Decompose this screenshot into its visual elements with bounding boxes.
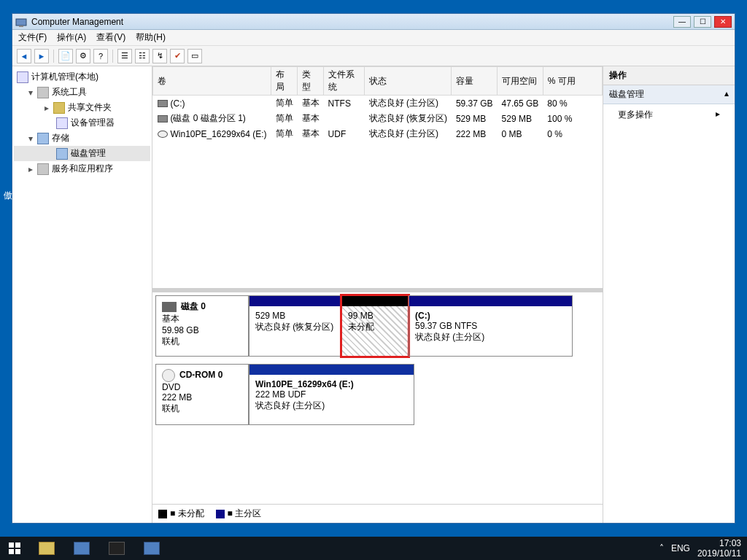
toolbar: ◄ ► 📄 ⚙ ? ☰ ☷ ↯ ✔ ▭ (12, 46, 735, 66)
volume-list[interactable]: 卷 布局 类型 文件系统 状态 容量 可用空间 % 可用 (C:)简单基本NTF… (152, 66, 603, 292)
collapse-icon[interactable]: ▾ (27, 133, 34, 144)
actions-category[interactable]: 磁盘管理▴ (603, 85, 735, 104)
tree-shared-folders[interactable]: ▸共享文件夹 (14, 100, 150, 115)
back-button[interactable]: ◄ (17, 49, 31, 63)
col-pctfree[interactable]: % 可用 (543, 67, 602, 96)
legend: ■ 未分配 ■ 主分区 (152, 504, 603, 523)
expand-icon[interactable]: ▸ (27, 164, 34, 174)
menu-help[interactable]: 帮助(H) (136, 31, 166, 44)
col-status[interactable]: 状态 (365, 67, 452, 96)
partition-header (409, 296, 572, 306)
device-icon (56, 117, 68, 129)
taskbar-app1[interactable] (64, 537, 99, 560)
actions-header: 操作 (603, 66, 735, 85)
disk-graphical-view: 磁盘 0 基本 59.98 GB 联机 529 MB 状态良好 (恢复分区) 9… (152, 292, 603, 504)
table-row[interactable]: Win10PE_16299x64 (E:)简单基本UDF状态良好 (主分区)22… (153, 126, 603, 141)
help-button[interactable]: ? (93, 49, 108, 63)
partition-unallocated[interactable]: 99 MB 未分配 (341, 295, 409, 357)
view-list-button[interactable]: ☰ (117, 49, 132, 63)
partition-body: Win10PE_16299x64 (E:) 222 MB UDF 状态良好 (主… (249, 375, 414, 424)
partition-header (249, 296, 341, 306)
app-icon (15, 16, 27, 28)
tree-disk-management[interactable]: 磁盘管理 (14, 146, 150, 161)
tools-icon (37, 87, 49, 98)
minimize-button[interactable]: — (673, 16, 691, 28)
cd-icon (162, 369, 175, 382)
folder-icon (53, 102, 65, 114)
disk-icon (56, 148, 68, 160)
actions-more[interactable]: 更多操作▸ (603, 104, 735, 125)
close-button[interactable]: ✕ (714, 16, 732, 28)
col-capacity[interactable]: 容量 (452, 67, 498, 96)
collapse-icon: ▴ (724, 88, 729, 101)
tray-clock[interactable]: 17:03 2019/10/11 (697, 538, 741, 559)
legend-primary: ■ 主分区 (216, 508, 262, 520)
properties-button[interactable]: ⚙ (76, 49, 90, 63)
system-tray[interactable]: ˄ ENG 17:03 2019/10/11 (654, 538, 747, 559)
col-volume[interactable]: 卷 (153, 67, 271, 96)
col-layout[interactable]: 布局 (271, 67, 298, 96)
partition-header (249, 365, 414, 375)
refresh-button[interactable]: 📄 (58, 49, 73, 63)
taskbar: ˄ ENG 17:03 2019/10/11 (0, 537, 747, 560)
taskbar-terminal[interactable] (99, 537, 134, 560)
chevron-right-icon: ▸ (716, 109, 720, 121)
view-detail-button[interactable]: ☷ (135, 49, 150, 63)
action-button[interactable]: ↯ (152, 49, 167, 63)
partition-body: 99 MB 未分配 (342, 306, 408, 356)
cd0-info[interactable]: CD-ROM 0 DVD 222 MB 联机 (155, 364, 249, 425)
disk-row-0: 磁盘 0 基本 59.98 GB 联机 529 MB 状态良好 (恢复分区) 9… (155, 295, 600, 357)
nav-tree: 计算机管理(本地) ▾系统工具 ▸共享文件夹 设备管理器 ▾存储 磁盘管理 ▸服… (12, 66, 152, 523)
menu-file[interactable]: 文件(F) (18, 31, 47, 44)
tree-storage[interactable]: ▾存储 (14, 131, 150, 146)
partition-body: (C:) 59.37 GB NTFS 状态良好 (主分区) (409, 306, 572, 356)
disk-icon (162, 302, 177, 312)
tree-services-apps[interactable]: ▸服务和应用程序 (14, 161, 150, 176)
expand-icon[interactable]: ▸ (43, 103, 50, 113)
tree-device-manager[interactable]: 设备管理器 (14, 115, 150, 131)
tree-system-tools[interactable]: ▾系统工具 (14, 85, 150, 100)
disk0-info[interactable]: 磁盘 0 基本 59.98 GB 联机 (155, 295, 249, 357)
svg-rect-1 (19, 26, 23, 27)
window-title: Computer Management (31, 17, 673, 27)
legend-unallocated: ■ 未分配 (158, 508, 204, 520)
tray-language[interactable]: ENG (671, 543, 690, 553)
table-row[interactable]: (C:)简单基本NTFS状态良好 (主分区)59.37 GB47.65 GB80… (153, 96, 603, 112)
col-type[interactable]: 类型 (298, 67, 324, 96)
col-free[interactable]: 可用空间 (498, 67, 543, 96)
maximize-button[interactable]: ☐ (694, 16, 711, 28)
hdd-icon (158, 100, 168, 107)
computer-management-window: Computer Management — ☐ ✕ 文件(F) 操作(A) 查看… (12, 13, 735, 524)
services-icon (37, 163, 49, 175)
taskbar-compmgmt[interactable] (134, 537, 169, 560)
collapse-icon[interactable]: ▾ (27, 88, 34, 98)
cd-icon (158, 131, 168, 138)
forward-button[interactable]: ► (34, 49, 49, 63)
col-fs[interactable]: 文件系统 (324, 67, 365, 96)
computer-icon (17, 71, 28, 83)
partition[interactable]: (C:) 59.37 GB NTFS 状态良好 (主分区) (409, 295, 573, 357)
partition-body: 529 MB 状态良好 (恢复分区) (249, 306, 341, 356)
toolbar-separator (112, 50, 113, 63)
extra-button[interactable]: ▭ (187, 49, 202, 63)
settings-button[interactable]: ✔ (170, 49, 185, 63)
menu-view[interactable]: 查看(V) (96, 31, 125, 44)
actions-pane: 操作 磁盘管理▴ 更多操作▸ (603, 66, 735, 523)
tree-root[interactable]: 计算机管理(本地) (14, 69, 150, 85)
storage-icon (37, 133, 49, 144)
svg-rect-0 (16, 19, 26, 26)
taskbar-explorer[interactable] (29, 537, 64, 560)
partition[interactable]: Win10PE_16299x64 (E:) 222 MB UDF 状态良好 (主… (249, 364, 414, 425)
partition[interactable]: 529 MB 状态良好 (恢复分区) (249, 295, 341, 357)
table-row[interactable]: (磁盘 0 磁盘分区 1)简单基本状态良好 (恢复分区)529 MB529 MB… (153, 111, 603, 126)
menu-action[interactable]: 操作(A) (57, 31, 86, 44)
titlebar[interactable]: Computer Management — ☐ ✕ (12, 14, 735, 30)
start-button[interactable] (0, 537, 29, 560)
disk-row-cd0: CD-ROM 0 DVD 222 MB 联机 Win10PE_16299x64 … (155, 364, 600, 425)
toolbar-separator (53, 50, 54, 63)
tray-chevron-icon[interactable]: ˄ (659, 543, 664, 553)
menubar: 文件(F) 操作(A) 查看(V) 帮助(H) (12, 30, 735, 46)
hdd-icon (158, 115, 168, 122)
partition-header (342, 296, 408, 306)
